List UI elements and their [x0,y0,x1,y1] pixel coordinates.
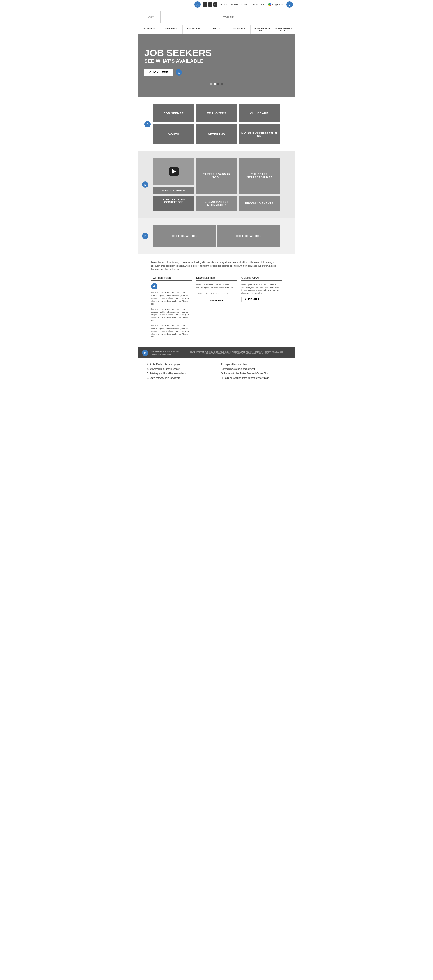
twitter-post-2: Lorem ipsum dolor sit amet, consetetur s… [151,308,192,322]
legend-item-c: C. Rotating graphics with gateway links [147,372,212,375]
badge-b: B [286,2,293,8]
dot-4[interactable] [221,83,223,85]
nav-labor-market[interactable]: LABOR MARKET INFO [251,25,273,33]
video-player[interactable] [153,158,194,185]
infographic-section: F INFOGRAPHIC INFOGRAPHIC [138,218,295,254]
legend-item-a: A. Social Media links on all pages [147,363,212,366]
copyright-text: © WORKFORCE SOLUTIONS, INC [151,350,179,353]
play-icon [172,169,176,174]
gateway-doing-business[interactable]: DOING BUSINESS WITH US [239,124,280,145]
gateway-section: D JOB SEEKER EMPLOYERS CHILDCARE YOUTH V… [138,97,295,151]
play-button[interactable] [169,167,179,175]
dot-3[interactable] [217,83,219,85]
hero-section: JOB SEEKERS SEE WHAT'S AVAILABLE CLICK H… [138,34,295,97]
legend-item-e: E. Helper videos and links [221,363,286,366]
video-section: E CAREER ROADMAP TOOL CHILDCARE INTERACT… [138,151,295,218]
hero-cta-row: CLICK HERE C [144,68,289,76]
gateway-childcare[interactable]: CHILDCARE [239,104,280,122]
sitemap-link[interactable]: SITEMAP [255,351,262,353]
nav-doing-business[interactable]: DOING BUSINESS WITH US [273,25,295,33]
twitter-post-3: Lorem ipsum dolor sit amet, consetetur s… [151,324,192,339]
legend-item-h: H. Legal copy found at the bottom of eve… [221,376,286,380]
badge-h: H [142,350,148,356]
gateway-youth[interactable]: YOUTH [153,124,194,145]
legend-item-d: D. Static gateway links for visitors [147,376,212,380]
dot-2[interactable] [214,83,216,85]
twitter-icon[interactable]: t [208,3,212,6]
badge-c: C [176,69,182,76]
online-chat-column: ONLINE CHAT Lorem ipsum dolor sit amet, … [241,276,282,340]
badge-a: A [194,2,201,8]
privacy-link[interactable]: PRIVACY POLICY [216,351,229,353]
badge-d: D [144,121,151,127]
upcoming-events-tile[interactable]: UPCOMING EVENTS [239,196,280,211]
language-selector[interactable]: English > [266,2,284,7]
labor-market-tile[interactable]: LABOR MARKET INFORMATION [196,196,237,211]
about-link[interactable]: ABOUT [220,3,227,6]
news-link[interactable]: NEWS [241,3,247,6]
badge-g: G [151,283,157,290]
childcare-map-tile[interactable]: CHILDCARE INTERACTIVE MAP [239,158,280,194]
site-header: LOGO [138,9,295,25]
email-input[interactable] [196,291,237,296]
footer-lorem-text: Lorem ipsum dolor sit amet, consetetur s… [151,261,282,271]
footer-phone-2: 806.765.5038 [246,353,256,355]
twitter-post-1: Lorem ipsum dolor sit amet, consetetur s… [151,291,192,305]
online-chat-title: ONLINE CHAT [241,276,282,281]
footer-content: Lorem ipsum dolor sit amet, consetetur s… [138,254,295,347]
language-label: English > [272,3,282,6]
linkedin-icon[interactable]: in [213,3,217,6]
fraud-link[interactable]: REPORT FRAUD ABUSE [265,351,283,353]
career-roadmap-tile[interactable]: CAREER ROADMAP TOOL [196,158,237,194]
social-icons: f t in [203,3,217,6]
facebook-icon[interactable]: f [203,3,207,6]
legend-item-f: F. Infographics about employment [221,367,286,371]
footer-links: EQUAL OPPORTUNITY POLICY | PRIVACY POLIC… [182,351,291,355]
subscribe-button[interactable]: SUBSCRIBE [196,298,237,304]
tagline-input[interactable] [164,15,293,20]
logo: LOGO [140,11,160,24]
badge-e: E [142,181,148,188]
footer-phone-1: 806.765.5038 [233,353,243,355]
contact-link[interactable]: CONTACT US [250,3,264,6]
equal-opportunity-link[interactable]: EQUAL OPPORTUNITY POLICY [190,351,213,353]
nav-job-seeker[interactable]: JOB SEEKER [138,25,160,33]
events-link[interactable]: EVENTS [230,3,239,6]
online-chat-description: Lorem ipsum dolor sit amet, consetetur s… [241,283,282,294]
view-all-videos-button[interactable]: VIEW ALL VIDEOS [153,187,194,194]
legend-item-b: B. Universal menu above header [147,367,212,371]
online-chat-button[interactable]: CLICK HERE [241,297,263,302]
nav-youth[interactable]: YOUTH [205,25,228,33]
legend-section: A. Social Media links on all pages E. He… [138,358,295,384]
footer-bar: H © WORKFORCE SOLUTIONS, INC ALL RIGHTS … [138,347,295,358]
twitter-feed-column: TWITTER FEED G Lorem ipsum dolor sit ame… [151,276,192,340]
nav-veterans[interactable]: VETERANS [228,25,251,33]
gateway-veterans[interactable]: VETERANS [196,124,237,145]
google-icon [268,3,271,6]
main-navigation: JOB SEEKER EMPLOYER CHILD CARE YOUTH VET… [138,25,295,34]
top-bar: A f t in ABOUT EVENTS NEWS CONTACT US En… [138,0,295,9]
infographic-1[interactable]: INFOGRAPHIC [153,225,216,247]
footer-address: 1218 14th Street Lubbock, TX 79401 [204,353,230,355]
video-grid: CAREER ROADMAP TOOL CHILDCARE INTERACTIV… [153,158,280,211]
footer-columns: TWITTER FEED G Lorem ipsum dolor sit ame… [151,276,282,340]
gateway-job-seeker[interactable]: JOB SEEKER [153,104,194,122]
newsletter-title: NEWSLETTER [196,276,237,281]
top-nav-links: ABOUT EVENTS NEWS CONTACT US [220,3,265,6]
newsletter-column: NEWSLETTER Lorem ipsum dolor sit amet, c… [196,276,237,340]
carousel-dots [144,83,289,85]
hero-headline: JOB SEEKERS [144,48,289,58]
nav-child-care[interactable]: CHILD CARE [183,25,205,33]
nav-employer[interactable]: EMPLOYER [160,25,183,33]
gateway-employers[interactable]: EMPLOYERS [196,104,237,122]
footer-phone-3: 806.747.7635 [259,353,268,355]
twitter-feed-title: TWITTER FEED [151,276,192,281]
rights-text: ALL RIGHTS RESERVED [151,353,179,355]
infographic-grid: INFOGRAPHIC INFOGRAPHIC [153,225,280,247]
infographic-2[interactable]: INFOGRAPHIC [217,225,280,247]
view-targeted-button[interactable]: VIEW TARGETED OCCUPATIONS [153,196,194,211]
website-usage-link[interactable]: WEBSITE USAGE POLICY [232,351,252,353]
hero-cta-button[interactable]: CLICK HERE [144,68,173,76]
dot-1[interactable] [210,83,212,85]
hero-subheadline: SEE WHAT'S AVAILABLE [144,58,289,64]
